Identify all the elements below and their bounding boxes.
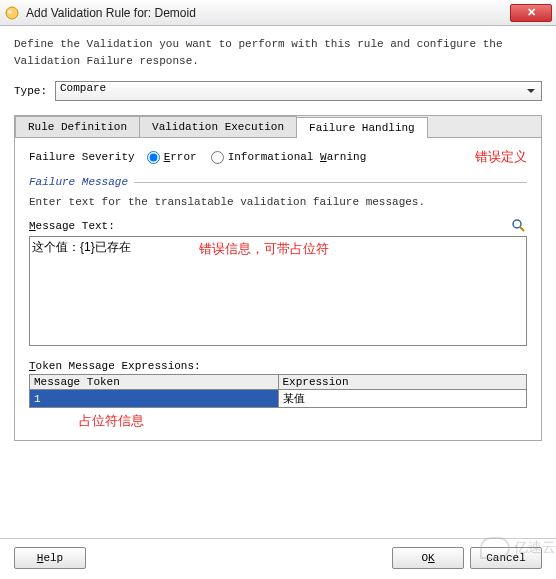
titlebar: Add Validation Rule for: Demoid ✕	[0, 0, 556, 26]
col-message-token: Message Token	[30, 375, 279, 390]
annotation-token-hint: 占位符信息	[79, 412, 527, 430]
radio-error-input[interactable]	[147, 151, 160, 164]
token-expressions-label: Token Message Expressions:	[29, 360, 527, 372]
token-table: Message Token Expression 1 某值	[29, 374, 527, 408]
svg-point-2	[513, 220, 521, 228]
help-button[interactable]: Help	[14, 547, 86, 569]
window-title: Add Validation Rule for: Demoid	[26, 6, 510, 20]
svg-point-1	[8, 10, 12, 14]
radio-error-label: rror	[170, 151, 196, 163]
col-expression: Expression	[278, 375, 527, 390]
svg-line-3	[520, 227, 524, 231]
svg-point-0	[6, 7, 18, 19]
cell-expression[interactable]: 某值	[278, 390, 527, 408]
radio-informational-input[interactable]	[211, 151, 224, 164]
type-value: Compare	[60, 82, 106, 94]
tab-container: Rule Definition Validation Execution Fai…	[14, 115, 542, 441]
radio-informational[interactable]: Informational Warning	[211, 151, 367, 164]
description-text: Define the Validation you want to perfor…	[14, 36, 542, 69]
tab-failure-handling[interactable]: Failure Handling	[296, 117, 428, 138]
cell-token[interactable]: 1	[30, 390, 279, 408]
message-text-label: Message Text:	[29, 220, 115, 232]
watermark-text: 亿速云	[514, 539, 556, 557]
ok-button[interactable]: OK	[392, 547, 464, 569]
app-icon	[4, 5, 20, 21]
footer: Help OK Cancel	[0, 538, 556, 569]
radio-error[interactable]: Error	[147, 151, 197, 164]
failure-message-group: Failure Message	[29, 176, 527, 188]
watermark-logo-icon	[480, 537, 510, 559]
close-button[interactable]: ✕	[510, 4, 552, 22]
table-row[interactable]: 1 某值	[30, 390, 527, 408]
failure-message-hint: Enter text for the translatable validati…	[29, 196, 527, 208]
annotation-error-def: 错误定义	[475, 148, 527, 166]
type-dropdown[interactable]: Compare	[55, 81, 542, 101]
tab-rule-definition[interactable]: Rule Definition	[15, 116, 140, 137]
search-icon[interactable]	[511, 218, 527, 234]
severity-label: Failure Severity	[29, 151, 135, 163]
tab-validation-execution[interactable]: Validation Execution	[139, 116, 297, 137]
message-text-input[interactable]	[29, 236, 527, 346]
type-label: Type:	[14, 85, 47, 97]
watermark: 亿速云	[480, 537, 556, 559]
